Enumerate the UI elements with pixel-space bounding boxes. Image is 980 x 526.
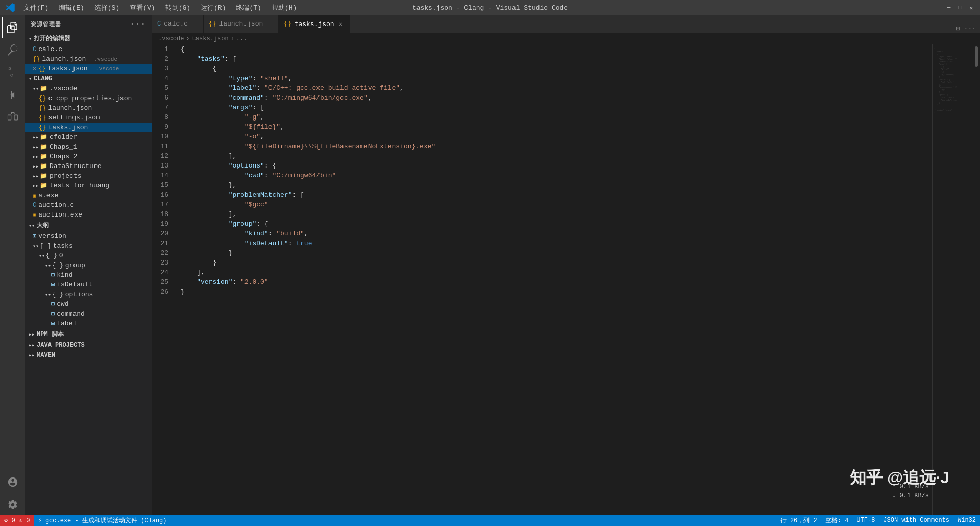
search-icon[interactable]: [2, 40, 22, 60]
vscode-logo-icon: [5, 3, 15, 13]
outline-header[interactable]: ▾ 大纲: [24, 220, 152, 231]
open-editor-calc[interactable]: C calc.c: [24, 44, 152, 54]
outline-command[interactable]: ⊞ command: [24, 309, 152, 319]
menu-bar[interactable]: 文件(F) 编辑(E) 选择(S) 查看(V) 转到(G) 运行(R) 终端(T…: [19, 2, 301, 13]
status-git[interactable]: ⚡ gcc.exe - 生成和调试活动文件 (Clang): [34, 515, 170, 526]
tab-launch[interactable]: {} launch.json ✕: [204, 15, 279, 33]
settings-json-file[interactable]: {} settings.json: [24, 113, 152, 123]
status-errors[interactable]: ⊘ 0 ⚠ 0: [0, 515, 34, 526]
tests-icon: 📁: [40, 182, 47, 189]
scrollbar-thumb[interactable]: [975, 46, 978, 67]
line-num-5: 5: [152, 83, 173, 93]
breadcrumb-ellipsis[interactable]: ...: [236, 35, 248, 42]
a-exe-file[interactable]: ▣ a.exe: [24, 190, 152, 200]
folder-icon: 📁: [40, 85, 47, 92]
status-platform[interactable]: Win32: [953, 515, 980, 526]
npm-label: NPM 脚本: [37, 330, 64, 339]
menu-run[interactable]: 运行(R): [197, 2, 230, 13]
open-editors-label: 打开的编辑器: [34, 34, 70, 43]
line-num-12: 12: [152, 151, 173, 161]
a-exe-label: a.exe: [38, 192, 58, 199]
outline-isdefault[interactable]: ⊞ isDefault: [24, 280, 152, 290]
menu-help[interactable]: 帮助(H): [267, 2, 301, 13]
cpp-properties-file[interactable]: {} c_cpp_properties.json: [24, 93, 152, 103]
vscode-folder[interactable]: ▾ 📁 .vscode: [24, 84, 152, 93]
settings-json-icon: {}: [39, 114, 46, 122]
outline-cwd[interactable]: ⊞ cwd: [24, 299, 152, 309]
java-label: JAVA PROJECTS: [37, 342, 85, 349]
minimap-content: { "tasks": [ { "type": "shell", "label":…: [933, 44, 973, 118]
tab-tasks[interactable]: {} tasks.json ✕: [279, 15, 350, 33]
menu-view[interactable]: 查看(V): [126, 2, 159, 13]
outline-group[interactable]: ▾ { } group: [24, 260, 152, 270]
outline-options[interactable]: ▾ { } options: [24, 290, 152, 299]
open-editor-tasks[interactable]: ✕ {} tasks.json .vscode: [24, 64, 152, 74]
outline-kind[interactable]: ⊞ kind: [24, 270, 152, 280]
sidebar-more-button[interactable]: ···: [130, 19, 146, 29]
outline-label[interactable]: ⊞ label: [24, 319, 152, 328]
open-editors-header[interactable]: 打开的编辑器: [24, 33, 152, 44]
auction-exe-file[interactable]: ▣ auction.exe: [24, 210, 152, 220]
minimize-button[interactable]: ─: [945, 4, 952, 11]
status-line-col[interactable]: 行 26，列 2: [776, 515, 821, 526]
tasks-json-file[interactable]: {} tasks.json: [24, 123, 152, 132]
outline-0[interactable]: ▾ { } 0: [24, 251, 152, 260]
tab-calc-close[interactable]: ✕: [191, 20, 198, 28]
tab-tasks-close[interactable]: ✕: [337, 20, 345, 28]
projects-folder[interactable]: ▸ 📁 projects: [24, 171, 152, 181]
npm-header[interactable]: ▸ NPM 脚本: [24, 328, 152, 340]
outline-tasks[interactable]: ▾ [ ] tasks: [24, 241, 152, 251]
breadcrumb-vscode[interactable]: .vscode: [158, 35, 184, 42]
tab-launch-close[interactable]: ✕: [266, 20, 273, 28]
more-actions-icon[interactable]: ···: [964, 25, 976, 33]
account-icon[interactable]: [2, 472, 22, 492]
tab-tasks-label: tasks.json: [295, 20, 334, 28]
explorer-icon[interactable]: [2, 17, 22, 38]
menu-terminal[interactable]: 终端(T): [232, 2, 265, 13]
open-editor-calc-label: calc.c: [38, 45, 62, 53]
menu-goto[interactable]: 转到(G): [161, 2, 194, 13]
run-debug-icon[interactable]: [2, 85, 22, 105]
clang-header[interactable]: CLANG: [24, 74, 152, 84]
clang-arrow: [29, 76, 32, 82]
menu-edit[interactable]: 编辑(E): [55, 2, 88, 13]
code-editor[interactable]: { "tasks": [ { "type": "shell", "label":…: [177, 44, 932, 515]
menu-select[interactable]: 选择(S): [90, 2, 124, 13]
title-left: 文件(F) 编辑(E) 选择(S) 查看(V) 转到(G) 运行(R) 终端(T…: [5, 2, 301, 13]
window-controls[interactable]: ─ □ ✕: [945, 4, 975, 11]
cfolder-folder[interactable]: ▸ 📁 cfolder: [24, 132, 152, 142]
json-icon: {}: [39, 95, 46, 102]
tests-folder[interactable]: ▸ 📁 tests_for_huang: [24, 181, 152, 190]
tab-calc[interactable]: C calc.c ✕: [152, 15, 204, 33]
auction-c-file[interactable]: C auction.c: [24, 200, 152, 210]
chaps1-folder[interactable]: ▸ 📁 Chaps_1: [24, 142, 152, 152]
source-control-icon[interactable]: [2, 62, 22, 83]
settings-icon[interactable]: [2, 494, 22, 515]
outline-version[interactable]: ⊞ version: [24, 231, 152, 241]
datastructure-folder[interactable]: ▸ 📁 DataStructure: [24, 161, 152, 171]
close-button[interactable]: ✕: [968, 4, 975, 11]
vscode-folder-arrow: ▾: [33, 86, 39, 92]
status-line-ending[interactable]: JSON with Comments: [879, 515, 953, 526]
outline-kind-label: kind: [57, 271, 72, 279]
java-projects-header[interactable]: ▸ JAVA PROJECTS: [24, 340, 152, 350]
editor-scrollbar[interactable]: [973, 44, 980, 515]
menu-file[interactable]: 文件(F): [19, 2, 53, 13]
chaps2-folder[interactable]: ▸ 📁 Chaps_2: [24, 152, 152, 161]
outline-tasks-arrow: ▾: [33, 243, 39, 249]
status-left: ⊘ 0 ⚠ 0 ⚡ gcc.exe - 生成和调试活动文件 (Clang): [0, 515, 171, 526]
outline-command-label: command: [57, 310, 85, 318]
launch-json-file[interactable]: {} launch.json: [24, 103, 152, 113]
extensions-icon[interactable]: [2, 107, 22, 128]
line-num-20: 20: [152, 229, 173, 238]
close-editor-icon[interactable]: ✕: [33, 65, 36, 73]
status-encoding[interactable]: UTF-8: [852, 515, 879, 526]
breadcrumb-tasks[interactable]: tasks.json: [192, 35, 229, 42]
maximize-button[interactable]: □: [957, 4, 964, 11]
tab-bar: C calc.c ✕ {} launch.json ✕ {} tasks.jso…: [152, 15, 980, 33]
maven-header[interactable]: ▸ MAVEN: [24, 350, 152, 361]
java-arrow: ▸: [29, 342, 35, 348]
split-editor-icon[interactable]: ⊡: [956, 25, 960, 33]
status-spaces[interactable]: 空格: 4: [821, 515, 853, 526]
open-editor-launch[interactable]: {} launch.json .vscode: [24, 54, 152, 64]
